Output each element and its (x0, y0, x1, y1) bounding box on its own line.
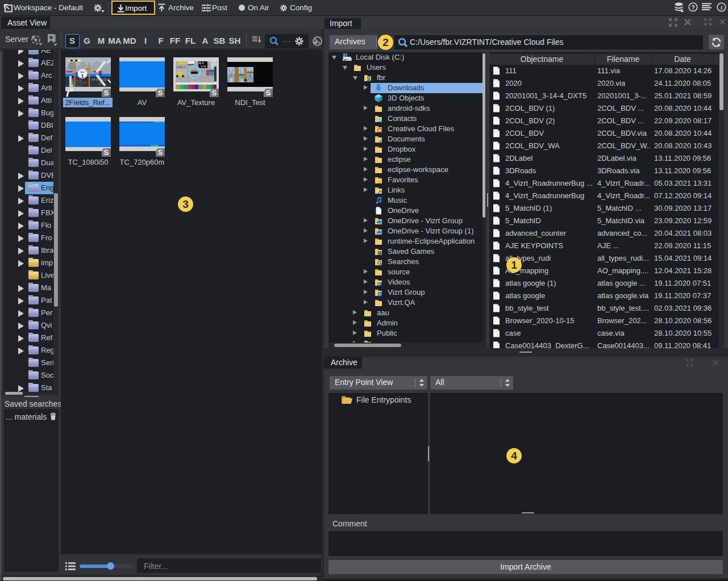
svg-text:v1 system: v1 system (76, 77, 84, 79)
svg-text:fx: fx (378, 292, 381, 296)
svg-text::PB: :PB (98, 82, 103, 85)
svg-text:keys 12: keys 12 (76, 85, 82, 87)
svg-text:fps 25 hd test: fps 25 hd test (76, 82, 86, 84)
svg-text:VW VU I 1US: VW VU I 1US (91, 78, 106, 81)
svg-text:DETAIL rev: DETAIL rev (177, 66, 186, 69)
svg-text:ent 50: ent 50 (76, 80, 81, 82)
svg-text:i: i (721, 4, 723, 11)
svg-text:?: ? (691, 4, 695, 11)
